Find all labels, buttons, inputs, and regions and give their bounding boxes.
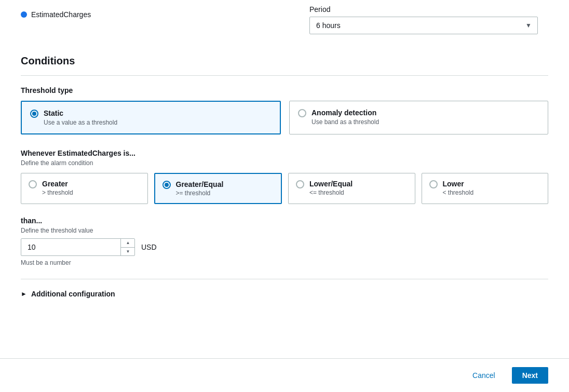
lower-radio — [429, 180, 438, 188]
lower-sub: < threshold — [443, 189, 474, 196]
additional-config-label: Additional configuration — [31, 290, 115, 298]
conditions-divider — [21, 75, 548, 76]
lower-equal-sub: <= threshold — [309, 189, 353, 196]
threshold-options: Static Use a value as a threshold Anomal… — [21, 101, 548, 134]
threshold-value-wrapper: ▲ ▼ — [21, 238, 135, 256]
than-title: than... — [21, 217, 548, 225]
condition-option-greater[interactable]: Greater > threshold — [21, 173, 148, 204]
condition-option-lower[interactable]: Lower < threshold — [422, 173, 549, 204]
spinner-down-button[interactable]: ▼ — [121, 248, 135, 256]
threshold-value-input[interactable] — [21, 238, 135, 256]
metric-dot-icon — [21, 11, 27, 18]
chevron-right-icon: ► — [21, 290, 27, 298]
anomaly-option-text: Anomaly detection Use band as a threshol… — [311, 109, 379, 126]
greater-radio — [29, 180, 37, 188]
greater-title: Greater — [42, 180, 73, 188]
metric-name: EstimatedCharges — [31, 10, 91, 19]
lower-equal-text: Lower/Equal <= threshold — [309, 180, 353, 196]
greater-equal-sub: >= threshold — [176, 190, 224, 197]
conditions-section: Conditions Threshold type Static Use a v… — [21, 55, 548, 300]
condition-option-lower-equal[interactable]: Lower/Equal <= threshold — [288, 173, 415, 204]
usd-label: USD — [141, 243, 157, 251]
than-input-row: ▲ ▼ USD — [21, 238, 548, 256]
static-option-text: Static Use a value as a threshold — [44, 109, 117, 126]
greater-equal-title: Greater/Equal — [176, 180, 224, 188]
whenever-desc: Define the alarm condition — [21, 159, 548, 167]
number-spinners: ▲ ▼ — [120, 238, 135, 256]
whenever-title: Whenever EstimatedCharges is... — [21, 149, 548, 157]
metric-label: EstimatedCharges — [21, 5, 91, 19]
lower-title: Lower — [443, 180, 474, 188]
lower-equal-radio — [296, 180, 304, 188]
greater-sub: > threshold — [42, 189, 73, 196]
lower-text: Lower < threshold — [443, 180, 474, 196]
period-select-wrapper: 1 minute 5 minutes 10 minutes 30 minutes… — [309, 17, 538, 34]
greater-equal-radio — [162, 181, 171, 189]
cancel-button[interactable]: Cancel — [464, 367, 504, 384]
threshold-option-anomaly[interactable]: Anomaly detection Use band as a threshol… — [289, 101, 548, 134]
period-select[interactable]: 1 minute 5 minutes 10 minutes 30 minutes… — [309, 17, 538, 34]
condition-options: Greater > threshold Greater/Equal >= thr… — [21, 173, 548, 204]
anomaly-title: Anomaly detection — [311, 109, 379, 117]
anomaly-desc: Use band as a threshold — [311, 118, 379, 126]
additional-config-toggle[interactable]: ► Additional configuration — [21, 288, 548, 300]
next-button[interactable]: Next — [512, 367, 548, 384]
threshold-option-static[interactable]: Static Use a value as a threshold — [21, 101, 281, 134]
greater-text: Greater > threshold — [42, 180, 73, 196]
validation-message: Must be a number — [21, 259, 548, 266]
footer: Cancel Next — [0, 358, 569, 392]
period-section: Period 1 minute 5 minutes 10 minutes 30 … — [309, 5, 548, 34]
period-label: Period — [309, 5, 548, 13]
condition-option-greater-equal[interactable]: Greater/Equal >= threshold — [154, 173, 282, 204]
static-desc: Use a value as a threshold — [44, 119, 117, 126]
greater-equal-text: Greater/Equal >= threshold — [176, 180, 224, 197]
static-radio — [30, 110, 38, 118]
than-desc: Define the threshold value — [21, 227, 548, 234]
threshold-type-label: Threshold type — [21, 86, 548, 94]
additional-config-divider — [21, 279, 548, 279]
static-title: Static — [44, 109, 117, 117]
lower-equal-title: Lower/Equal — [309, 180, 353, 188]
conditions-title: Conditions — [21, 55, 548, 67]
anomaly-radio — [298, 109, 306, 117]
spinner-up-button[interactable]: ▲ — [121, 238, 135, 248]
